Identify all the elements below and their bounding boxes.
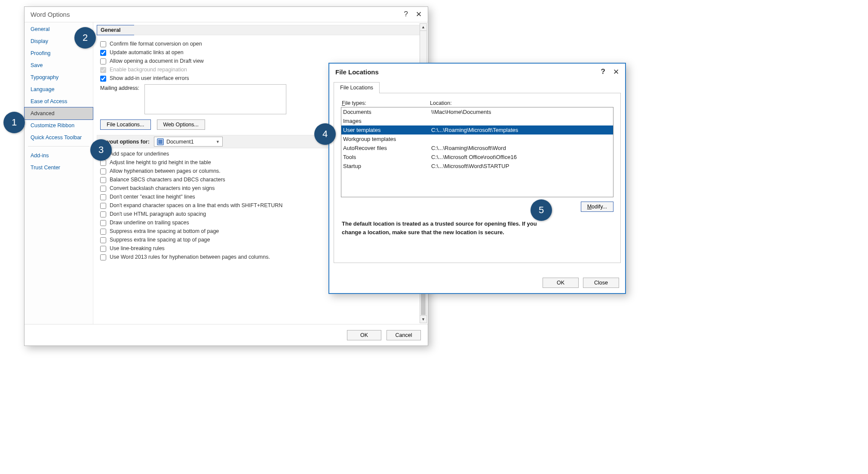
file-location-row[interactable]: AutoRecover filesC:\...\Roaming\Microsof…	[341, 144, 613, 153]
word-options-footer: OK Cancel	[25, 324, 428, 346]
mailing-address-input[interactable]	[144, 84, 286, 114]
modify-button[interactable]: Modify...	[581, 202, 613, 212]
file-location-row[interactable]: Documents\\Mac\Home\Documents	[341, 107, 613, 116]
floc-ok-button[interactable]: OK	[543, 278, 579, 288]
sidebar-save[interactable]: Save	[25, 59, 93, 71]
file-location-row[interactable]: Images	[341, 116, 613, 125]
sidebar-customize-ribbon[interactable]: Customize Ribbon	[25, 119, 93, 131]
word-options-titlebar: Word Options ? ✕	[25, 7, 428, 22]
file-locations-titlebar: File Locations ? ✕	[329, 64, 625, 80]
step-badge-4: 4	[314, 123, 336, 145]
options-sidebar: General Display Proofing Save Typography…	[25, 22, 93, 324]
web-options-button[interactable]: Web Options...	[157, 119, 205, 130]
file-locations-list[interactable]: Documents\\Mac\Home\DocumentsImagesUser …	[341, 107, 613, 197]
help-icon[interactable]: ?	[601, 67, 605, 76]
file-locations-note: The default location is treated as a tru…	[342, 220, 557, 236]
document-icon	[157, 138, 164, 145]
file-location-row[interactable]: Workgroup templates	[341, 135, 613, 144]
word-options-title: Word Options	[31, 11, 70, 18]
file-locations-panel: File types: Location: Documents\\Mac\Hom…	[334, 93, 621, 263]
file-location-row[interactable]: ToolsC:\...\Microsoft Office\root\Office…	[341, 153, 613, 162]
sidebar-advanced[interactable]: Advanced	[24, 107, 93, 120]
chk-confirm-conversion[interactable]: Confirm file format conversion on open	[100, 41, 420, 47]
sidebar-divider	[28, 146, 89, 150]
step-badge-5: 5	[531, 199, 552, 221]
close-icon[interactable]: ✕	[416, 10, 422, 19]
sidebar-proofing[interactable]: Proofing	[25, 47, 93, 59]
step-badge-2: 2	[74, 27, 96, 49]
sidebar-ease-of-access[interactable]: Ease of Access	[25, 95, 93, 107]
col-file-types: File types:	[342, 100, 430, 106]
sidebar-quick-access-toolbar[interactable]: Quick Access Toolbar	[25, 131, 93, 144]
file-locations-tab[interactable]: File Locations	[334, 82, 380, 93]
sidebar-typography[interactable]: Typography	[25, 71, 93, 83]
layout-document-name: Document1	[166, 139, 194, 145]
col-location: Location:	[430, 100, 452, 106]
floc-close-button[interactable]: Close	[583, 278, 619, 288]
file-location-row[interactable]: StartupC:\...\Microsoft\Word\STARTUP	[341, 162, 613, 171]
sidebar-trust-center[interactable]: Trust Center	[25, 162, 93, 174]
mailing-address-label: Mailing address:	[100, 84, 139, 91]
general-section-bar	[134, 25, 420, 35]
help-icon[interactable]: ?	[404, 10, 408, 19]
file-locations-dialog: File Locations ? ✕ File Locations File t…	[328, 63, 626, 294]
sidebar-language[interactable]: Language	[25, 83, 93, 95]
close-icon[interactable]: ✕	[613, 67, 619, 76]
sidebar-addins[interactable]: Add-ins	[25, 150, 93, 162]
cancel-button[interactable]: Cancel	[386, 330, 421, 340]
file-locations-button[interactable]: File Locations...	[100, 119, 151, 130]
chk-update-links[interactable]: Update automatic links at open	[100, 49, 420, 56]
chevron-down-icon: ▼	[216, 140, 220, 144]
scroll-up-icon[interactable]: ▲	[420, 24, 426, 31]
layout-document-combo[interactable]: Document1 ▼	[154, 137, 223, 147]
scroll-down-icon[interactable]: ▼	[420, 315, 426, 323]
step-badge-3: 3	[90, 139, 112, 161]
file-locations-title: File Locations	[335, 68, 379, 76]
general-section-heading: General	[97, 25, 135, 35]
ok-button[interactable]: OK	[347, 330, 381, 340]
file-location-row[interactable]: User templatesC:\...\Roaming\Microsoft\T…	[341, 125, 613, 135]
step-badge-1: 1	[3, 112, 25, 133]
